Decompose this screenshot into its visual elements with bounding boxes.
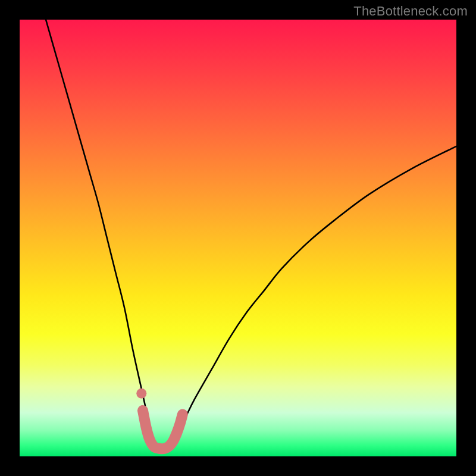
watermark-text: TheBottleneck.com — [353, 4, 468, 19]
highlight-markers — [136, 389, 182, 449]
bottleneck-curve-path — [46, 20, 456, 448]
bottleneck-curve — [46, 20, 456, 448]
plot-area — [20, 20, 456, 456]
curve-layer — [20, 20, 456, 456]
highlight-stroke — [143, 411, 183, 449]
highlight-dot — [136, 389, 146, 399]
outer-frame: TheBottleneck.com — [0, 0, 476, 476]
